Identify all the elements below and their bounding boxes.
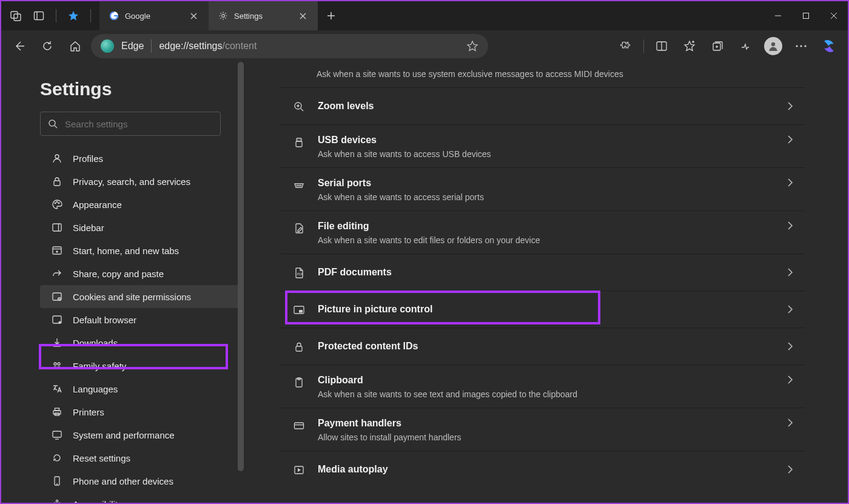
svg-rect-33 — [54, 181, 60, 186]
profile-icon — [51, 152, 63, 164]
svg-marker-17 — [468, 41, 477, 51]
svg-rect-62 — [296, 141, 302, 147]
newtab-icon — [51, 244, 63, 257]
accessibility-icon — [51, 498, 63, 504]
row-picture-in-picture[interactable]: Picture in picture control — [280, 291, 805, 328]
search-settings-wrap[interactable] — [40, 112, 221, 136]
toolbar-right — [613, 34, 842, 58]
sidebar-item-start[interactable]: Start, home, and new tabs — [40, 239, 244, 262]
clipboard-icon — [292, 376, 306, 389]
close-tab-button[interactable] — [297, 10, 308, 21]
favorites-icon[interactable] — [677, 34, 702, 58]
sidebar-item-phone[interactable]: Phone and other devices — [40, 469, 244, 492]
chevron-right-icon — [787, 135, 793, 144]
svg-point-8 — [222, 15, 225, 18]
profile-avatar[interactable] — [760, 34, 786, 58]
extensions-icon[interactable] — [613, 34, 639, 58]
favorite-star-icon[interactable] — [466, 40, 478, 52]
row-title: Picture in picture control — [318, 304, 775, 315]
address-bar[interactable]: Edge edge://settings/content — [91, 34, 488, 58]
search-icon — [48, 119, 58, 129]
svg-rect-37 — [53, 224, 61, 231]
row-title: Serial ports — [318, 178, 775, 189]
chevron-right-icon — [787, 101, 793, 111]
new-tab-button[interactable] — [318, 1, 344, 30]
close-window-button[interactable] — [820, 1, 848, 30]
search-settings-input[interactable] — [65, 119, 213, 129]
browser-essentials-icon[interactable] — [733, 34, 758, 58]
svg-point-32 — [55, 155, 59, 158]
tab-settings[interactable]: Settings — [209, 1, 318, 30]
sidebar-item-label: Privacy, search, and services — [73, 176, 190, 187]
sidebar-item-label: Share, copy and paste — [73, 269, 164, 279]
back-button[interactable] — [7, 34, 32, 58]
row-subtitle: Ask when a site wants to access serial p… — [318, 192, 775, 202]
tab-google[interactable]: Google — [99, 1, 209, 30]
sidebar-item-printers[interactable]: Printers — [40, 400, 244, 423]
chevron-right-icon — [787, 178, 793, 187]
sidebar-item-default-browser[interactable]: Default browser — [40, 308, 244, 331]
sidebar-scrollbar[interactable] — [238, 62, 244, 503]
row-title: Protected content IDs — [318, 341, 775, 352]
collections-icon[interactable] — [705, 34, 730, 58]
sidebar-item-label: Reset settings — [73, 453, 130, 463]
sidebar-item-family[interactable]: Family safety — [40, 354, 244, 377]
sidebar-item-sidebar[interactable]: Sidebar — [40, 216, 244, 239]
home-button[interactable] — [63, 34, 87, 58]
row-title: Zoom levels — [318, 101, 775, 112]
sidebar-item-label: Phone and other devices — [73, 476, 173, 486]
cookies-icon — [51, 291, 63, 303]
system-icon — [51, 429, 63, 441]
sidebar-item-cookies[interactable]: Cookies and site permissions — [40, 285, 244, 308]
card-icon — [292, 419, 306, 432]
sidebar-item-accessibility[interactable]: Accessibility — [40, 492, 244, 504]
more-menu-button[interactable] — [788, 34, 814, 58]
row-clipboard[interactable]: ClipboardAsk when a site wants to see te… — [280, 365, 805, 408]
minimize-button[interactable] — [764, 1, 792, 30]
row-file-editing[interactable]: File editingAsk when a site wants to edi… — [280, 210, 805, 254]
sidebar-item-share[interactable]: Share, copy and paste — [40, 262, 244, 285]
svg-point-26 — [771, 42, 775, 46]
split-screen-icon[interactable] — [649, 34, 674, 58]
tab-actions-icon[interactable] — [10, 10, 22, 22]
copilot-button[interactable] — [816, 34, 842, 58]
row-midi-partial[interactable]: Ask when a site wants to use system excl… — [280, 62, 805, 87]
usb-icon — [292, 136, 306, 149]
sidebar-item-profiles[interactable]: Profiles — [40, 147, 244, 170]
vertical-tabs-icon[interactable] — [33, 10, 45, 22]
sidebar-item-label: Start, home, and new tabs — [73, 246, 179, 256]
svg-point-34 — [55, 203, 56, 204]
sidebar-item-appearance[interactable]: Appearance — [40, 193, 244, 216]
row-subtitle: Ask when a site wants to access USB devi… — [318, 149, 775, 159]
row-usb-devices[interactable]: USB devicesAsk when a site wants to acce… — [280, 124, 805, 167]
chevron-right-icon — [787, 267, 793, 277]
sidebar-item-label: Default browser — [73, 315, 136, 325]
reload-button[interactable] — [35, 34, 59, 58]
sidebar-item-reset[interactable]: Reset settings — [40, 446, 244, 469]
row-media-autoplay[interactable]: Media autoplay — [280, 451, 805, 488]
sidebar-item-downloads[interactable]: Downloads — [40, 331, 244, 354]
chevron-right-icon — [787, 341, 793, 351]
serial-icon — [292, 179, 306, 192]
row-title: Media autoplay — [318, 464, 775, 475]
titlebar-separator — [90, 9, 91, 22]
row-serial-ports[interactable]: Serial portsAsk when a site wants to acc… — [280, 167, 805, 210]
row-payment-handlers[interactable]: Payment handlersAllow sites to install p… — [280, 408, 805, 451]
row-zoom-levels[interactable]: Zoom levels — [280, 87, 805, 124]
svg-rect-2 — [35, 12, 44, 20]
sidebar-item-languages[interactable]: Languages — [40, 377, 244, 400]
svg-rect-61 — [297, 138, 301, 141]
maximize-button[interactable] — [792, 1, 820, 30]
sidebar-item-privacy[interactable]: Privacy, search, and services — [40, 170, 244, 193]
sidebar-item-label: Family safety — [73, 361, 126, 371]
close-tab-button[interactable] — [188, 10, 199, 21]
sidebar-item-system[interactable]: System and performance — [40, 423, 244, 446]
row-pdf-documents[interactable]: PDF PDF documents — [280, 254, 805, 291]
row-subtitle: Ask when a site wants to use system excl… — [317, 69, 805, 79]
workspace-icon[interactable] — [67, 10, 79, 22]
svg-rect-49 — [53, 411, 61, 414]
row-protected-content[interactable]: Protected content IDs — [280, 328, 805, 365]
scrollbar-thumb[interactable] — [238, 62, 244, 471]
chevron-right-icon — [787, 375, 793, 385]
row-title: Payment handlers — [318, 418, 775, 429]
